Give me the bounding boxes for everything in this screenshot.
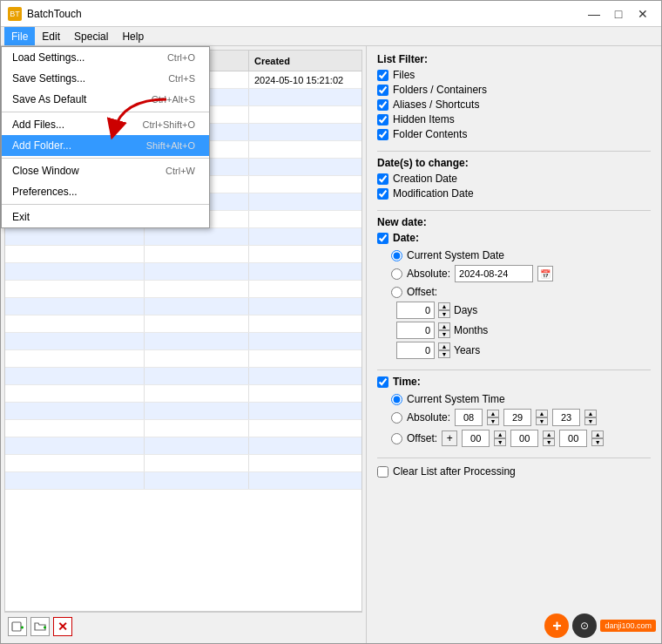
- table-row[interactable]: [5, 368, 361, 385]
- time-absolute-minute[interactable]: [503, 409, 531, 426]
- time-offset-hour-down[interactable]: ▼: [494, 438, 506, 446]
- time-absolute-radio[interactable]: [391, 412, 402, 424]
- time-offset-minute-down[interactable]: ▼: [543, 438, 555, 446]
- menu-close-window[interactable]: Close Window Ctrl+W: [2, 160, 209, 181]
- table-row[interactable]: [5, 333, 361, 350]
- menu-edit[interactable]: Edit: [35, 27, 67, 45]
- time-offset-hour-up[interactable]: ▲: [494, 430, 506, 438]
- divider-4: [377, 458, 651, 458]
- offset-date-radio[interactable]: [391, 287, 402, 298]
- offset-months-up[interactable]: ▲: [438, 322, 450, 330]
- time-absolute-item: Absolute: ▲ ▼ ▲ ▼ ▲ ▼: [391, 409, 651, 426]
- add-files-button[interactable]: [8, 617, 27, 636]
- time-offset-radio[interactable]: [391, 433, 402, 444]
- menu-add-files[interactable]: Add Files... Ctrl+Shift+O: [2, 114, 209, 135]
- absolute-date-label: Absolute:: [407, 268, 450, 280]
- filter-folders-checkbox[interactable]: [377, 85, 388, 96]
- table-row[interactable]: [5, 403, 361, 420]
- separator-3: [2, 204, 209, 205]
- current-system-time-radio[interactable]: [391, 394, 402, 405]
- separator-1: [2, 112, 209, 112]
- filter-aliases-label: Aliases / Shortcuts: [393, 98, 479, 111]
- time-enabled-checkbox[interactable]: [377, 376, 388, 388]
- table-row[interactable]: [5, 246, 361, 263]
- table-row[interactable]: [5, 385, 361, 403]
- time-offset-item: Offset: + ▲ ▼ ▲ ▼ ▲ ▼: [391, 430, 651, 447]
- filter-folder-contents-item: Folder Contents: [377, 128, 651, 140]
- offset-months-input[interactable]: [396, 322, 435, 339]
- table-row[interactable]: [5, 437, 361, 455]
- time-offset-second-spinners: ▲ ▼: [591, 430, 604, 446]
- absolute-date-radio[interactable]: [391, 268, 402, 280]
- add-folder-button[interactable]: [30, 617, 50, 636]
- offset-years-up[interactable]: ▲: [438, 342, 450, 350]
- menu-add-folder[interactable]: Add Folder... Shift+Alt+O: [2, 135, 209, 156]
- offset-years-down[interactable]: ▼: [438, 350, 450, 358]
- time-second-down[interactable]: ▼: [584, 417, 597, 425]
- offset-days-up[interactable]: ▲: [438, 302, 450, 310]
- filter-hidden-label: Hidden Items: [393, 113, 455, 125]
- close-button[interactable]: ✕: [632, 5, 654, 23]
- offset-days-row: ▲ ▼ Days: [396, 302, 651, 319]
- absolute-date-input[interactable]: [455, 265, 533, 282]
- date-enabled-checkbox[interactable]: [377, 233, 388, 244]
- go-circle-button[interactable]: +: [544, 613, 569, 638]
- clear-list-checkbox[interactable]: [377, 466, 388, 478]
- filter-hidden-checkbox[interactable]: [377, 114, 388, 125]
- table-row[interactable]: [5, 263, 361, 281]
- info-circle-button[interactable]: ⊙: [572, 613, 597, 638]
- menu-load-settings[interactable]: Load Settings... Ctrl+O: [2, 47, 209, 68]
- offset-days-down[interactable]: ▼: [438, 310, 450, 318]
- maximize-button[interactable]: □: [607, 5, 630, 23]
- menu-preferences[interactable]: Preferences...: [2, 181, 209, 202]
- filter-aliases-checkbox[interactable]: [377, 99, 388, 111]
- time-offset-second[interactable]: [559, 430, 587, 447]
- time-enabled-item: Time:: [377, 376, 651, 388]
- menu-file[interactable]: File: [4, 27, 35, 45]
- time-offset-second-up[interactable]: ▲: [591, 430, 604, 438]
- table-row[interactable]: [5, 350, 361, 368]
- list-filter-title: List Filter:: [377, 53, 651, 65]
- time-minute-down[interactable]: ▼: [536, 417, 548, 425]
- time-minute-up[interactable]: ▲: [536, 410, 548, 417]
- time-offset-second-down[interactable]: ▼: [591, 438, 604, 446]
- table-row[interactable]: [5, 315, 361, 333]
- filter-files-checkbox[interactable]: [377, 70, 388, 81]
- menu-exit[interactable]: Exit: [2, 207, 209, 227]
- time-offset-minute-up[interactable]: ▲: [543, 430, 555, 438]
- table-row[interactable]: [5, 228, 361, 246]
- time-minute-spinners: ▲ ▼: [536, 410, 548, 425]
- menu-save-as-default[interactable]: Save As Default Ctrl+Alt+S: [2, 89, 209, 110]
- filter-files-label: Files: [393, 69, 415, 81]
- creation-date-checkbox[interactable]: [377, 173, 388, 185]
- offset-years-spinners: ▲ ▼: [438, 342, 450, 358]
- current-system-date-radio[interactable]: [391, 250, 402, 261]
- menu-help[interactable]: Help: [115, 27, 151, 45]
- time-absolute-second[interactable]: [552, 409, 580, 426]
- time-hour-down[interactable]: ▼: [487, 417, 499, 425]
- creation-date-label: Creation Date: [393, 173, 457, 185]
- offset-days-input[interactable]: [396, 302, 435, 319]
- offset-months-down[interactable]: ▼: [438, 330, 450, 338]
- time-offset-minute[interactable]: [510, 430, 538, 447]
- time-second-up[interactable]: ▲: [584, 410, 597, 417]
- minimize-button[interactable]: —: [583, 5, 605, 23]
- table-row[interactable]: [5, 420, 361, 437]
- menu-special[interactable]: Special: [67, 27, 115, 45]
- menu-save-settings[interactable]: Save Settings... Ctrl+S: [2, 68, 209, 89]
- offset-years-row: ▲ ▼ Years: [396, 342, 651, 359]
- time-offset-hour[interactable]: [462, 430, 490, 447]
- time-offset-sign[interactable]: +: [442, 430, 457, 446]
- time-absolute-hour[interactable]: [455, 409, 483, 426]
- table-row[interactable]: [5, 455, 361, 472]
- offset-years-input[interactable]: [396, 342, 435, 359]
- window-title: BatchTouch: [27, 8, 82, 20]
- time-hour-up[interactable]: ▲: [487, 410, 499, 417]
- table-row[interactable]: [5, 281, 361, 298]
- remove-button[interactable]: ✕: [53, 617, 72, 636]
- filter-folder-contents-checkbox[interactable]: [377, 129, 388, 140]
- calendar-icon[interactable]: 📅: [537, 266, 553, 281]
- table-row[interactable]: [5, 472, 361, 490]
- modification-date-checkbox[interactable]: [377, 188, 388, 200]
- table-row[interactable]: [5, 298, 361, 315]
